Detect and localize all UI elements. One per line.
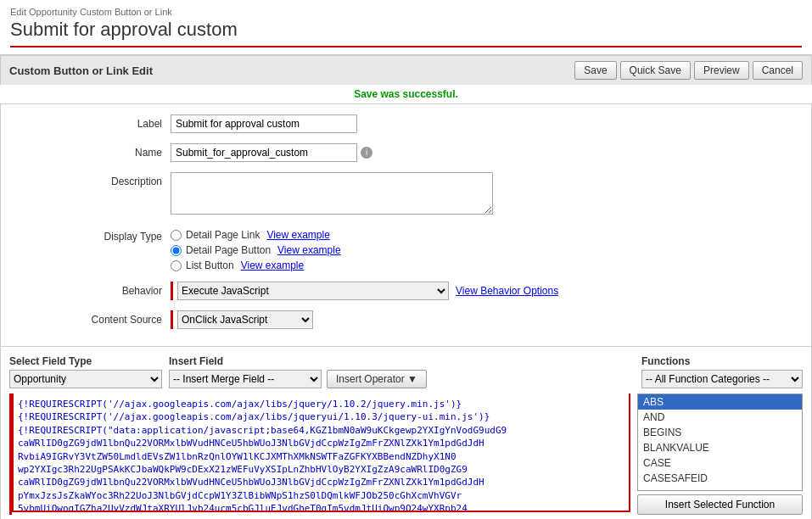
functions-section-label: Functions [641,355,803,367]
save-button[interactable]: Save [574,61,616,80]
behavior-select[interactable]: Execute JavaScript [177,282,449,300]
function-item-case[interactable]: CASE [638,455,802,471]
function-item-blankvalue[interactable]: BLANKVALUE [638,440,802,455]
toolbar-buttons: Save Quick Save Preview Cancel [574,61,803,80]
content-source-label: Content Source [1,310,171,326]
description-textarea[interactable] [171,172,493,215]
insert-selected-function-button[interactable]: Insert Selected Function [637,494,803,515]
function-item-abs[interactable]: ABS [638,394,802,410]
display-type-label: Display Type [1,227,171,243]
functions-list: ABS AND BEGINS BLANKVALUE CASE CASESAFEI… [637,393,803,491]
field-select-row: Select Field Type Opportunity Insert Fie… [9,355,803,388]
radio-detail-page-button: Detail Page Button View example [171,244,811,256]
insert-merge-field-select[interactable]: -- Insert Merge Field -- [169,370,322,388]
function-category-select[interactable]: -- All Function Categories -- [641,370,803,388]
insert-operator-button[interactable]: Insert Operator ▼ [327,370,427,388]
insert-field-section-label: Insert Field [169,355,427,367]
code-wrapper: {!REQUIRESCRIPT('//ajax.googleapis.com/a… [9,393,630,515]
function-item-casesafeid[interactable]: CASESAFEID [638,471,802,486]
behavior-row: Behavior Execute JavaScript View Behavio… [1,280,811,302]
behavior-label: Behavior [1,282,171,297]
radio-detail-page-button-label: Detail Page Button [186,244,271,256]
description-label: Description [1,172,171,187]
view-behavior-link[interactable]: View Behavior Options [456,285,558,297]
function-item-and[interactable]: AND [638,410,802,425]
description-row: Description [1,170,811,219]
label-row: Label [1,113,811,135]
field-type-section-label: Select Field Type [9,355,162,367]
field-type-select[interactable]: Opportunity [9,370,162,388]
code-editor[interactable]: {!REQUIRESCRIPT('//ajax.googleapis.com/a… [12,393,630,512]
radio-detail-page-link: Detail Page Link View example [171,229,811,241]
name-row: Name i [1,142,811,164]
display-type-radio-group: Detail Page Link View example Detail Pag… [171,229,811,271]
radio-list-button-label: List Button [186,260,234,271]
content-source-select[interactable]: OnClick JavaScript [177,310,313,329]
list-button-example[interactable]: View example [241,260,304,271]
cancel-button[interactable]: Cancel [753,61,803,80]
function-item-begins[interactable]: BEGINS [638,425,802,440]
content-source-row: Content Source OnClick JavaScript [1,309,811,331]
breadcrumb: Edit Opportunity Custom Button or Link [10,7,802,17]
display-type-row: Display Type Detail Page Link View examp… [1,226,811,273]
bottom-content: {!REQUIRESCRIPT('//ajax.googleapis.com/a… [9,393,803,515]
field-type-col: Select Field Type Opportunity [9,355,162,388]
quick-save-button[interactable]: Quick Save [620,61,691,80]
preview-button[interactable]: Preview [694,61,749,80]
panel-title: Custom Button or Link Edit [9,64,153,77]
label-input[interactable] [171,114,357,133]
detail-page-link-example[interactable]: View example [266,229,329,241]
page-title: Submit for approval custom [10,19,802,41]
info-icon[interactable]: i [361,147,372,159]
label-field-label: Label [1,114,171,130]
success-message: Save was successful. [0,85,812,103]
radio-list-button: List Button View example [171,260,811,271]
radio-detail-page-button-input[interactable] [171,245,182,256]
name-field-label: Name [1,143,171,159]
radio-list-button-input[interactable] [171,260,182,271]
name-input[interactable] [171,143,357,162]
radio-detail-page-link-input[interactable] [171,230,182,241]
radio-detail-page-link-label: Detail Page Link [186,229,260,241]
functions-col: Functions -- All Function Categories -- [641,355,803,388]
detail-page-button-example[interactable]: View example [277,244,340,256]
insert-field-col: Insert Field -- Insert Merge Field -- In… [169,355,427,388]
functions-panel: ABS AND BEGINS BLANKVALUE CASE CASESAFEI… [637,393,803,515]
